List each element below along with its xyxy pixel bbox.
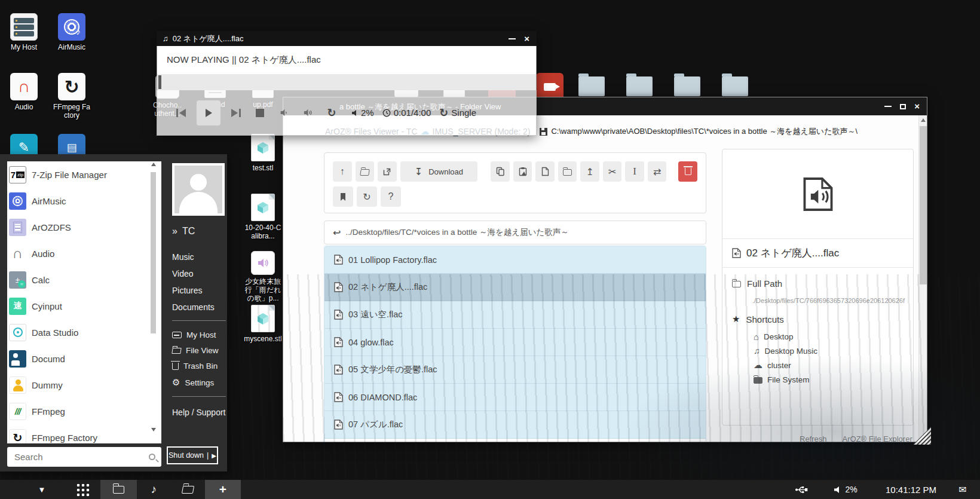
desktop-icon-my-host[interactable]: My Host [4,13,44,51]
back-arrow-icon[interactable]: ↩ [333,227,341,238]
progress-bar[interactable] [157,74,537,90]
scroll-up-icon[interactable] [151,163,156,166]
app-list-scrollbar[interactable] [149,163,158,441]
user-tool-file-view[interactable]: File View [172,346,225,355]
file-row[interactable]: 04 glow.flac [324,329,706,356]
user-link-video[interactable]: Video [172,269,225,278]
search-input[interactable] [13,451,149,463]
desktop-icon-airmusic[interactable]: ♪ AirMusic [52,13,91,51]
user-tool-trash-bin[interactable]: Trash Bin [172,362,225,371]
file-row-selected[interactable]: 02 ネトゲ廃人....flac [324,274,706,301]
scrollbar-thumb[interactable] [151,172,156,333]
maximize-icon[interactable] [900,104,906,109]
shortcut-desktop[interactable]: ⌂ Desktop [722,329,913,344]
help-button[interactable]: ? [381,186,401,207]
refresh-button[interactable]: ↻ [357,186,377,207]
taskbar-folder-window-button[interactable] [100,480,137,499]
close-icon[interactable]: × [524,36,529,42]
desktop-file-test-stl[interactable]: test.stl [243,134,283,172]
taskbar-music-window-button[interactable]: ♪ [137,480,171,499]
play-mode[interactable]: ↻ Single [439,106,476,120]
previous-button[interactable] [169,100,193,126]
play-button[interactable] [197,100,220,125]
file-row[interactable]: 07 パズル.flac [324,411,706,439]
copy-button[interactable] [491,161,510,182]
app-item-calc[interactable]: ±Calc [7,267,161,293]
app-item-ffmpeg-factory[interactable]: ↻FFmpeg Factory [7,424,161,443]
app-item-audio[interactable]: ∩Audio [7,240,161,267]
desktop-icon-folder1[interactable] [572,73,611,96]
repeat-button[interactable]: ↻ [320,100,344,126]
up-button[interactable]: ↑ [333,161,352,182]
app-item-ffmpeg[interactable]: ///FFmpeg [7,398,161,424]
file-row[interactable]: 06 DIAMOND.flac [324,384,706,411]
app-item-arozdfs[interactable]: ArOZDFS [7,214,161,240]
taskbar-fileview-window-button[interactable] [171,480,205,499]
clock[interactable]: 10:41:12 PM [877,480,945,499]
app-item-7zip[interactable]: 7zip7-Zip File Manager [7,161,161,188]
bookmark-button[interactable] [333,186,353,207]
help-support-link[interactable]: Help / Support [172,408,225,417]
open-button[interactable] [356,161,375,182]
shutdown-button[interactable]: Shut down|▶ [167,446,218,464]
user-link-documents[interactable]: Documents [172,302,225,312]
desktop-file-audio-jp[interactable]: 少女終末旅行「雨だれの歌」p... [243,251,283,302]
app-item-documd[interactable]: Documd [7,345,161,372]
taskbar-collapse-button[interactable]: ▼ [24,480,60,499]
app-item-cyinput[interactable]: 速Cyinput [7,293,161,319]
file-row[interactable]: 01 Lollipop Factory.flac [324,246,706,274]
move-button[interactable]: ⇄ [648,161,667,182]
app-item-airmusic[interactable]: AirMusic [7,188,161,214]
download-button[interactable]: ↧Download [400,161,478,182]
app-item-dummy[interactable]: Dummy [7,372,161,398]
desktop-file-myscene[interactable]: myscene.stl [243,305,283,343]
window-titlebar[interactable]: ♫ 02 ネトゲ廃人....flac × [157,31,537,46]
shortcut-cluster[interactable]: ☁ cluster [722,358,913,372]
desktop-icon-ffmpeg-factory[interactable]: ↻ FFmpeg Factory [52,73,91,120]
paste-button[interactable] [513,161,532,182]
desktop-file-calibra[interactable]: 10-20-40-Calibra... [243,194,283,240]
cut-button[interactable]: ✂ [603,161,622,182]
volume-down-button[interactable] [272,100,296,126]
next-button[interactable] [224,100,248,126]
volume-control[interactable]: 2% [823,480,868,499]
scrollbar-thumb[interactable] [920,126,927,284]
shortcut-desktop-music[interactable]: ♫ Desktop Music [722,344,913,358]
breadcrumb[interactable]: ↩ ../Desktop/files/TC/*voices in a bottl… [324,221,706,244]
desktop-icon-audio[interactable]: ∩ Audio [4,73,44,111]
app-grid-button[interactable] [65,480,100,499]
progress-cursor[interactable] [158,75,161,89]
desktop-icon-folder3[interactable] [667,73,707,96]
refresh-link[interactable]: Refresh [800,434,827,442]
scroll-down-icon[interactable] [151,428,156,431]
user-tool-settings[interactable]: ⚙Settings [172,377,225,388]
app-item-data-studio[interactable]: Data Studio [7,319,161,345]
avatar[interactable] [172,163,225,216]
user-link-music[interactable]: Music [172,252,225,262]
minimize-icon[interactable] [509,38,516,39]
shortcut-file-system[interactable]: File System [722,372,913,387]
minimize-icon[interactable] [884,106,892,107]
close-icon[interactable]: × [914,103,920,109]
scrollbar[interactable] [918,115,927,442]
desktop-icon-folder4[interactable] [715,73,755,96]
messages-button[interactable]: ✉ [945,480,980,499]
new-file-button[interactable] [535,161,555,182]
volume-up-button[interactable] [296,100,320,126]
desktop-icon-folder2[interactable] [620,73,659,96]
scroll-up-icon[interactable] [921,118,926,122]
file-row[interactable]: 05 文学少年の憂鬱.flac [324,356,706,384]
open-external-button[interactable] [378,161,397,182]
search-box[interactable] [7,447,161,467]
user-tool-my-host[interactable]: My Host [172,330,225,339]
delete-button[interactable] [678,161,697,182]
user-link-pictures[interactable]: Pictures [172,286,225,295]
rename-button[interactable]: I [625,161,644,182]
stop-button[interactable] [248,100,272,126]
file-row[interactable]: 03 遠い空.flac [324,301,706,329]
usb-status-icon[interactable] [786,480,816,499]
upload-button[interactable]: ↥ [580,161,599,182]
new-folder-button[interactable] [558,161,577,182]
taskbar-new-window-button[interactable]: + [205,480,241,499]
username-row[interactable]: » TC [172,226,225,237]
